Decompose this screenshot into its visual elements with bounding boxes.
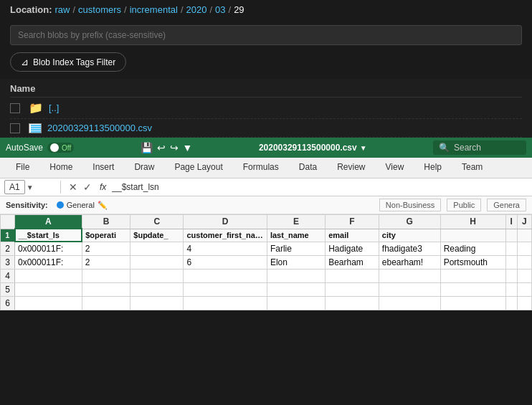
- autosave-toggle[interactable]: Off: [47, 143, 74, 153]
- cell-A4[interactable]: [15, 270, 82, 283]
- cell-J2[interactable]: [517, 242, 531, 256]
- cell-A1[interactable]: __$start_ls: [15, 229, 82, 242]
- nav-link-incremental[interactable]: incremental: [130, 4, 178, 15]
- sensitivity-section-public[interactable]: Public: [447, 199, 481, 211]
- col-header-F[interactable]: F: [326, 215, 379, 229]
- cell-D6[interactable]: [184, 297, 267, 310]
- row-header-5[interactable]: 5: [1, 283, 15, 297]
- cell-I6[interactable]: [505, 297, 517, 310]
- cell-A5[interactable]: [15, 283, 82, 297]
- cell-H1[interactable]: [440, 229, 505, 242]
- cell-B3[interactable]: 2: [82, 256, 130, 270]
- cell-G2[interactable]: fhadigate3: [379, 242, 440, 256]
- sensitivity-section-general[interactable]: Genera: [487, 199, 526, 211]
- cell-J3[interactable]: [517, 256, 531, 270]
- col-header-H[interactable]: H: [440, 215, 505, 229]
- cell-B5[interactable]: [82, 283, 130, 297]
- cell-E5[interactable]: [267, 283, 325, 297]
- csv-file-name[interactable]: 20200329113500000.csv: [47, 123, 152, 133]
- tab-team[interactable]: Team: [452, 158, 493, 178]
- cell-ref-box[interactable]: A1: [4, 180, 25, 194]
- col-header-E[interactable]: E: [267, 215, 325, 229]
- cell-A6[interactable]: [15, 297, 82, 310]
- cell-H4[interactable]: [440, 270, 505, 283]
- col-header-C[interactable]: C: [130, 215, 184, 229]
- col-header-J[interactable]: J: [517, 215, 531, 229]
- tab-file[interactable]: File: [6, 158, 39, 178]
- search-input[interactable]: [10, 25, 522, 45]
- cell-D1[interactable]: customer_first_name: [184, 229, 267, 242]
- cell-B4[interactable]: [82, 270, 130, 283]
- cell-G5[interactable]: [379, 283, 440, 297]
- cancel-formula-icon[interactable]: ✕: [67, 181, 80, 193]
- tab-view[interactable]: View: [376, 158, 414, 178]
- cell-F4[interactable]: [326, 270, 379, 283]
- nav-link-03[interactable]: 03: [215, 4, 225, 15]
- cell-F5[interactable]: [326, 283, 379, 297]
- cell-E3[interactable]: Elon: [267, 256, 325, 270]
- save-icon[interactable]: 💾: [141, 142, 153, 153]
- cell-H3[interactable]: Portsmouth: [440, 256, 505, 270]
- nav-link-2020[interactable]: 2020: [186, 4, 207, 15]
- cell-D4[interactable]: [184, 270, 267, 283]
- tab-insert[interactable]: Insert: [82, 158, 124, 178]
- cell-D3[interactable]: 6: [184, 256, 267, 270]
- file-dropdown-icon[interactable]: ▼: [360, 144, 367, 152]
- cell-B2[interactable]: 2: [82, 242, 130, 256]
- cell-I1[interactable]: [505, 229, 517, 242]
- col-header-B[interactable]: B: [82, 215, 130, 229]
- cell-H5[interactable]: [440, 283, 505, 297]
- cell-A3[interactable]: 0x000011F:: [15, 256, 82, 270]
- cell-H6[interactable]: [440, 297, 505, 310]
- nav-link-raw[interactable]: raw: [55, 4, 70, 15]
- col-header-I[interactable]: I: [505, 215, 517, 229]
- redo-icon[interactable]: ↪: [170, 142, 179, 153]
- cell-D5[interactable]: [184, 283, 267, 297]
- tab-formulas[interactable]: Formulas: [233, 158, 289, 178]
- row-header-2[interactable]: 2: [1, 242, 15, 256]
- cell-G4[interactable]: [379, 270, 440, 283]
- cell-F2[interactable]: Hadigate: [326, 242, 379, 256]
- cell-C1[interactable]: $update_: [130, 229, 184, 242]
- col-header-D[interactable]: D: [184, 215, 267, 229]
- folder-name[interactable]: [..]: [49, 103, 59, 113]
- cell-E6[interactable]: [267, 297, 325, 310]
- tab-draw[interactable]: Draw: [124, 158, 164, 178]
- cell-C4[interactable]: [130, 270, 184, 283]
- cell-C2[interactable]: [130, 242, 184, 256]
- row-header-1[interactable]: 1: [1, 229, 15, 242]
- cell-C3[interactable]: [130, 256, 184, 270]
- tab-review[interactable]: Review: [327, 158, 375, 178]
- cell-G1[interactable]: city: [379, 229, 440, 242]
- cell-H2[interactable]: Reading: [440, 242, 505, 256]
- tab-data[interactable]: Data: [289, 158, 327, 178]
- cell-I3[interactable]: [505, 256, 517, 270]
- cell-I4[interactable]: [505, 270, 517, 283]
- cell-ref-dropdown-icon[interactable]: ▼: [27, 184, 34, 191]
- cell-J5[interactable]: [517, 283, 531, 297]
- excel-search-box[interactable]: 🔍 Search: [433, 140, 526, 155]
- cell-E1[interactable]: last_name: [267, 229, 325, 242]
- tab-home[interactable]: Home: [39, 158, 82, 178]
- tab-help[interactable]: Help: [414, 158, 452, 178]
- nav-link-customers[interactable]: customers: [78, 4, 121, 15]
- row-header-6[interactable]: 6: [1, 297, 15, 310]
- folder-checkbox[interactable]: [10, 103, 20, 113]
- row-header-3[interactable]: 3: [1, 256, 15, 270]
- file-checkbox[interactable]: [10, 123, 20, 133]
- cell-G6[interactable]: [379, 297, 440, 310]
- sensitivity-edit-icon[interactable]: ✏️: [98, 201, 108, 210]
- cell-J6[interactable]: [517, 297, 531, 310]
- cell-B1[interactable]: $operati: [82, 229, 130, 242]
- confirm-formula-icon[interactable]: ✓: [81, 181, 94, 193]
- cell-C6[interactable]: [130, 297, 184, 310]
- cell-G3[interactable]: ebearham!: [379, 256, 440, 270]
- cell-F1[interactable]: email: [326, 229, 379, 242]
- undo-icon[interactable]: ↩: [157, 142, 166, 153]
- cell-I5[interactable]: [505, 283, 517, 297]
- cell-I2[interactable]: [505, 242, 517, 256]
- formula-content[interactable]: __$start_lsn: [112, 182, 528, 192]
- blob-index-filter-button[interactable]: ⊿ Blob Index Tags Filter: [10, 52, 126, 72]
- sensitivity-section-non-business[interactable]: Non-Business: [379, 199, 441, 211]
- cell-F3[interactable]: Bearham: [326, 256, 379, 270]
